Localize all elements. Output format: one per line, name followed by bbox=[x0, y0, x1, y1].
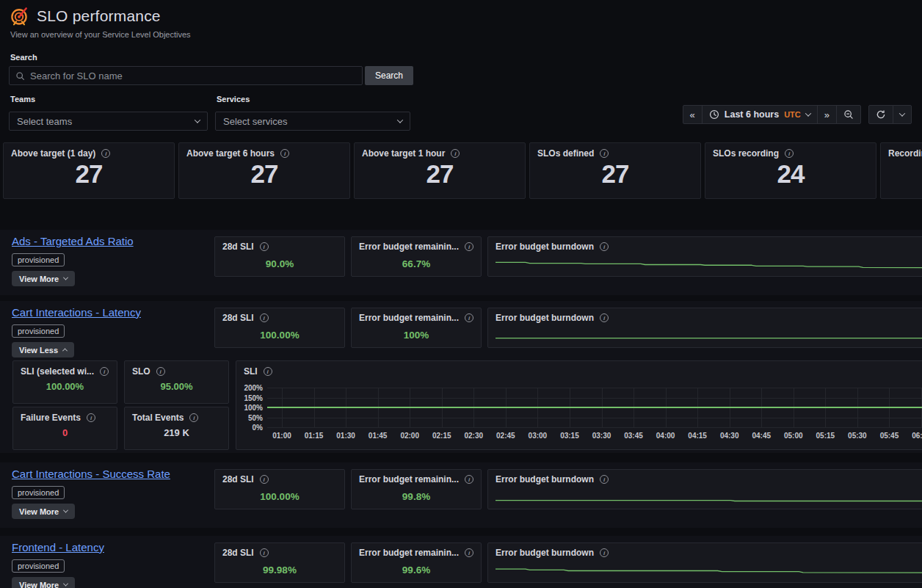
axis-tick-label: 04:45 bbox=[745, 432, 777, 440]
search-button[interactable]: Search bbox=[365, 66, 413, 85]
burndown-sparkline[interactable] bbox=[496, 562, 922, 579]
services-select[interactable]: Select services bbox=[215, 112, 410, 131]
gridline bbox=[267, 427, 922, 428]
error-budget-value: 99.8% bbox=[359, 491, 473, 502]
view-less-button[interactable]: View Less bbox=[12, 342, 74, 357]
info-icon[interactable]: i bbox=[156, 367, 165, 376]
refresh-interval-button[interactable] bbox=[893, 105, 912, 124]
time-range-picker-button[interactable]: Last 6 hours UTC bbox=[702, 105, 818, 124]
teams-label: Teams bbox=[10, 95, 208, 104]
stat-title: Recording bbox=[888, 148, 922, 159]
panel-28d-sli: 28d SLI i 90.0% bbox=[214, 236, 345, 277]
teams-select[interactable]: Select teams bbox=[9, 112, 208, 131]
panel-28d-sli: 28d SLI i 100.00% bbox=[214, 469, 345, 509]
slo-row-frontend-latency: Frontend - Latency provisioned View More… bbox=[0, 536, 922, 588]
info-icon[interactable]: i bbox=[260, 313, 269, 322]
panel-error-budget-remaining: Error budget remainin... i 66.7% bbox=[351, 236, 482, 277]
panel-title: SLI bbox=[244, 366, 258, 377]
slo-row-cart-interactions-success-rate: Cart Interactions - Success Rate provisi… bbox=[0, 462, 922, 528]
stat-value: 27 bbox=[11, 159, 167, 189]
info-icon[interactable]: i bbox=[451, 149, 460, 158]
panel-error-budget-burndown: Error budget burndown i bbox=[487, 308, 922, 348]
gridline bbox=[267, 418, 922, 418]
stat-value: 24 bbox=[713, 159, 868, 189]
axis-tick-label: 05:00 bbox=[777, 432, 810, 440]
burndown-sparkline[interactable] bbox=[496, 489, 922, 506]
axis-tick-label: 200% bbox=[241, 384, 263, 392]
time-shift-forward-button[interactable]: » bbox=[817, 105, 837, 124]
search-input[interactable] bbox=[30, 70, 356, 81]
failure-events-value: 0 bbox=[21, 427, 109, 438]
info-icon[interactable]: i bbox=[101, 149, 110, 158]
info-icon[interactable]: i bbox=[264, 367, 272, 376]
panel-title: SLO bbox=[132, 366, 150, 377]
toggle-label: View More bbox=[19, 581, 59, 588]
axis-tick-label: 02:45 bbox=[490, 432, 522, 440]
view-more-button[interactable]: View More bbox=[12, 504, 75, 519]
info-icon[interactable]: i bbox=[280, 149, 289, 158]
panel-title: 28d SLI bbox=[222, 474, 254, 484]
slo-link[interactable]: Ads - Targeted Ads Ratio bbox=[12, 235, 134, 247]
zoom-out-button[interactable] bbox=[836, 105, 861, 124]
stat-panel-above-target-6h: Above target 6 hours i 27 bbox=[178, 142, 350, 199]
error-budget-value: 66.7% bbox=[359, 258, 473, 269]
sli-timeseries-plot[interactable]: 200%150%100%50%0%01:0001:1501:3001:4502:… bbox=[241, 379, 922, 448]
total-events-value: 219 K bbox=[132, 427, 221, 438]
burndown-sparkline[interactable] bbox=[496, 256, 922, 273]
info-icon[interactable]: i bbox=[600, 149, 609, 158]
panel-title: Error budget remainin... bbox=[359, 548, 459, 558]
axis-tick-label: 03:00 bbox=[521, 432, 553, 440]
time-shift-back-button[interactable]: « bbox=[683, 105, 703, 124]
info-icon[interactable]: i bbox=[600, 242, 609, 251]
info-icon[interactable]: i bbox=[465, 548, 473, 557]
panel-error-budget-remaining: Error budget remainin... i 99.8% bbox=[351, 469, 482, 509]
panel-slo: SLO i 95.00% bbox=[124, 360, 229, 404]
info-icon[interactable]: i bbox=[260, 548, 269, 557]
panel-title: Error budget remainin... bbox=[359, 313, 459, 323]
info-icon[interactable]: i bbox=[260, 475, 269, 484]
panel-title: Failure Events bbox=[21, 413, 81, 423]
burndown-sparkline[interactable] bbox=[496, 327, 922, 344]
panel-title: Error budget remainin... bbox=[359, 242, 459, 252]
info-icon[interactable]: i bbox=[600, 548, 609, 557]
view-more-button[interactable]: View More bbox=[12, 271, 75, 286]
slo-link[interactable]: Frontend - Latency bbox=[12, 541, 104, 553]
slo-row-ads-targeted-ads-ratio: Ads - Targeted Ads Ratio provisioned Vie… bbox=[0, 230, 922, 295]
panel-sli-selected-window: SLI (selected wi... i 100.00% bbox=[12, 360, 117, 404]
info-icon[interactable]: i bbox=[100, 367, 109, 376]
stat-title: Above target 6 hours bbox=[186, 148, 275, 159]
page-subtitle: View an overview of your Service Level O… bbox=[10, 30, 912, 39]
slo-performance-dashboard: SLO performance View an overview of your… bbox=[0, 0, 922, 588]
stats-row: Above target (1 day) i 27 Above target 6… bbox=[3, 142, 922, 199]
gridline bbox=[267, 388, 922, 388]
axis-tick-label: 03:45 bbox=[617, 432, 650, 440]
slo-link[interactable]: Cart Interactions - Latency bbox=[12, 306, 141, 319]
info-icon[interactable]: i bbox=[189, 413, 198, 422]
axis-tick-label: 02:00 bbox=[393, 432, 426, 440]
info-icon[interactable]: i bbox=[465, 313, 473, 322]
chevron-down-icon bbox=[899, 110, 905, 116]
axis-tick-label: 01:00 bbox=[266, 432, 298, 440]
info-icon[interactable]: i bbox=[785, 149, 794, 158]
slo-link[interactable]: Cart Interactions - Success Rate bbox=[12, 468, 170, 480]
info-icon[interactable]: i bbox=[260, 242, 269, 251]
info-icon[interactable]: i bbox=[465, 242, 473, 251]
info-icon[interactable]: i bbox=[465, 475, 473, 484]
axis-tick-label: 04:15 bbox=[681, 432, 714, 440]
refresh-button[interactable] bbox=[868, 105, 893, 124]
view-more-button[interactable]: View More bbox=[12, 577, 75, 588]
chevron-down-icon bbox=[805, 110, 811, 116]
search-icon bbox=[15, 71, 25, 81]
provisioned-badge: provisioned bbox=[12, 559, 65, 573]
axis-tick-label: 01:30 bbox=[330, 432, 362, 440]
chevron-down-icon bbox=[397, 117, 403, 123]
toggle-label: View More bbox=[19, 507, 59, 516]
gridline bbox=[267, 398, 922, 399]
panel-title: Error budget remainin... bbox=[359, 474, 459, 484]
time-controls: « Last 6 hours UTC » bbox=[683, 105, 912, 124]
info-icon[interactable]: i bbox=[600, 475, 609, 484]
info-icon[interactable]: i bbox=[600, 313, 609, 322]
error-budget-value: 99.6% bbox=[359, 565, 473, 576]
axis-tick-label: 04:00 bbox=[650, 432, 682, 440]
info-icon[interactable]: i bbox=[87, 413, 95, 422]
